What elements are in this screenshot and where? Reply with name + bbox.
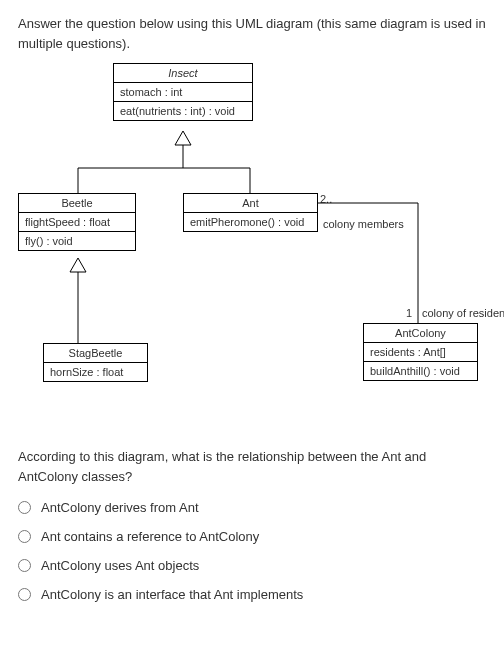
followup-question: According to this diagram, what is the r… bbox=[18, 447, 486, 486]
radio-icon bbox=[18, 501, 31, 514]
uml-class-name: Ant bbox=[184, 194, 317, 213]
uml-class-ant: Ant emitPheromone() : void bbox=[183, 193, 318, 232]
uml-attribute: hornSize : float bbox=[44, 363, 147, 381]
uml-operation: fly() : void bbox=[19, 232, 135, 250]
uml-class-name: StagBeetle bbox=[44, 344, 147, 363]
option-label: AntColony derives from Ant bbox=[41, 500, 199, 515]
uml-diagram: Insect stomach : int eat(nutrients : int… bbox=[18, 63, 486, 433]
uml-operation: emitPheromone() : void bbox=[184, 213, 317, 231]
question-intro: Answer the question below using this UML… bbox=[18, 14, 486, 53]
option-d[interactable]: AntColony is an interface that Ant imple… bbox=[18, 587, 486, 602]
uml-attribute: flightSpeed : float bbox=[19, 213, 135, 232]
uml-attribute: stomach : int bbox=[114, 83, 252, 102]
uml-class-name: Beetle bbox=[19, 194, 135, 213]
option-c[interactable]: AntColony uses Ant objects bbox=[18, 558, 486, 573]
answer-options: AntColony derives from Ant Ant contains … bbox=[18, 500, 486, 602]
uml-class-stagbeetle: StagBeetle hornSize : float bbox=[43, 343, 148, 382]
radio-icon bbox=[18, 588, 31, 601]
uml-operation: buildAnthill() : void bbox=[364, 362, 477, 380]
uml-attribute: residents : Ant[] bbox=[364, 343, 477, 362]
option-a[interactable]: AntColony derives from Ant bbox=[18, 500, 486, 515]
radio-icon bbox=[18, 559, 31, 572]
assoc-role-colony: colony of residence bbox=[422, 307, 504, 319]
uml-class-insect: Insect stomach : int eat(nutrients : int… bbox=[113, 63, 253, 121]
uml-class-beetle: Beetle flightSpeed : float fly() : void bbox=[18, 193, 136, 251]
option-b[interactable]: Ant contains a reference to AntColony bbox=[18, 529, 486, 544]
assoc-mult-ant: 2.. bbox=[320, 193, 332, 205]
svg-marker-5 bbox=[70, 258, 86, 272]
option-label: Ant contains a reference to AntColony bbox=[41, 529, 259, 544]
radio-icon bbox=[18, 530, 31, 543]
uml-class-name: Insect bbox=[114, 64, 252, 83]
uml-class-name: AntColony bbox=[364, 324, 477, 343]
uml-class-antcolony: AntColony residents : Ant[] buildAnthill… bbox=[363, 323, 478, 381]
uml-operation: eat(nutrients : int) : void bbox=[114, 102, 252, 120]
svg-marker-0 bbox=[175, 131, 191, 145]
assoc-role-ant: colony members bbox=[323, 218, 404, 230]
option-label: AntColony uses Ant objects bbox=[41, 558, 199, 573]
option-label: AntColony is an interface that Ant imple… bbox=[41, 587, 303, 602]
assoc-mult-colony: 1 bbox=[406, 307, 412, 319]
